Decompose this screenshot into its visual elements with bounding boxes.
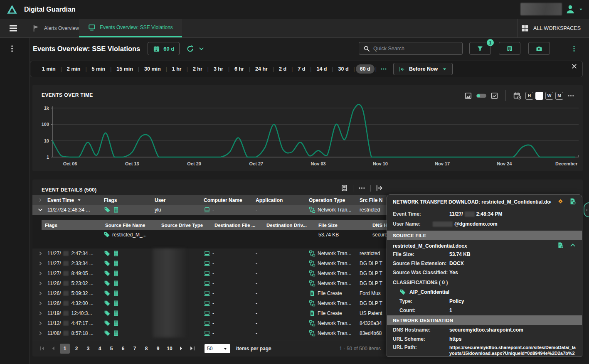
time-range-2-d[interactable]: 2 d [275,64,291,74]
page-options-kebab-icon[interactable] [8,44,16,53]
page-number-6[interactable]: 6 [118,344,128,354]
column-header-operation-type[interactable]: Operation Type [307,197,358,203]
user-menu-caret-icon[interactable] [579,7,583,12]
items-per-page-label: items per page [236,346,271,352]
tab-events-overview-sse-violations[interactable]: Events Overview: SSE Violations [79,19,182,37]
close-timebar-icon[interactable] [571,63,577,69]
table-row[interactable]: 11/12/4:47:17 ...--Network Tran...84320a… [32,318,387,328]
table-row[interactable]: 11/26/5:23:02 ...--Network Tran...DG DLP… [32,278,387,288]
collapse-section-chevron-icon[interactable] [569,242,576,248]
table-row[interactable]: 11/26/5:09:32 ...--File CreateFord Mus [32,288,387,298]
time-range-30-min[interactable]: 30 min [140,64,165,74]
column-header-computer-name[interactable]: Computer Name [202,197,254,203]
next-page-icon[interactable] [178,345,184,352]
items-per-page-select[interactable]: 50 [205,344,230,353]
column-header-event-time[interactable]: Event Time [46,197,102,203]
time-range-3-hr[interactable]: 3 hr [209,64,227,74]
header-more-kebab-icon[interactable] [571,43,577,54]
digital-guardian-logo-icon [7,4,17,15]
refresh-icon[interactable] [186,45,194,53]
snapshot-button[interactable] [528,42,550,55]
line-chart-toggle-icon[interactable] [491,92,498,99]
chart-type-toggle[interactable] [476,92,487,99]
refresh-chevron-down-icon[interactable] [198,46,205,52]
table-row[interactable]: 11/27/2:33:34 ...--Network Tran...DG DLP… [32,258,387,268]
all-workspaces-button[interactable]: ALL WORKSPACES [517,19,584,37]
chart-more-icon[interactable] [567,92,574,99]
user-avatar-icon[interactable] [565,4,575,14]
sub-table-row[interactable]: restricted_M_... 53.74 KB securem... [42,230,387,240]
time-range-60-d[interactable]: 60 d [356,64,375,74]
column-header-src-file-n[interactable]: Src File N [358,197,387,203]
granularity-M[interactable]: M [555,92,563,100]
calendar-clock-icon[interactable] [513,92,521,100]
column-header-flags[interactable]: Flags [102,197,153,203]
time-range-6-hr[interactable]: 6 hr [230,64,248,74]
tab-alerts-overview[interactable]: Alerts Overview [23,19,88,37]
data-view-button[interactable] [499,42,520,55]
granularity-H[interactable]: H [525,92,533,100]
report-icon[interactable] [341,184,348,192]
previous-page-icon[interactable] [50,345,57,352]
sub-column-header-file-size[interactable]: File Size [315,223,369,228]
time-range-24-hr[interactable]: 24 hr [251,64,272,74]
page-number-5[interactable]: 5 [106,344,116,354]
page-number-10[interactable]: 10 [165,344,175,354]
granularity-W[interactable]: W [545,92,553,100]
file-policy-icon[interactable] [557,242,564,248]
time-range-14-d[interactable]: 14 d [312,64,331,74]
sub-column-header-source-drive-type[interactable]: Source Drive Type [158,223,211,228]
table-row[interactable]: 11/27/8:49:05 ...--Network Tran...DG DLP… [32,268,387,278]
page-number-7[interactable]: 7 [130,344,140,354]
computer-name-cell: - [202,260,254,267]
sub-column-header-flags[interactable]: Flags [42,223,102,228]
page-number-1[interactable]: 1 [60,344,70,354]
table-more-icon[interactable] [358,184,365,192]
page-number-8[interactable]: 8 [141,344,151,354]
expand-row-icon [37,251,43,256]
policy-document-icon[interactable] [569,198,576,205]
page-number-9[interactable]: 9 [153,344,163,354]
time-range-2-min[interactable]: 2 min [63,64,85,74]
sub-column-header-dns-ho[interactable]: DNS Ho [369,223,387,228]
area-chart-toggle-icon[interactable] [465,92,472,99]
events-chart[interactable]: 1k100101Oct 06Oct 13Oct 20Oct 27Nov 03No… [37,103,579,169]
last-page-icon[interactable] [189,345,195,352]
page-number-2[interactable]: 2 [71,344,81,354]
table-row[interactable]: 11/08/8:57:18 ...--Network Tran...83ed4b… [32,328,387,338]
page-number-3[interactable]: 3 [83,344,93,354]
column-header-user[interactable]: User [153,197,202,203]
sub-column-header-destination-file-[interactable]: Destination File ... [211,223,263,228]
table-flag-icon[interactable] [113,207,119,213]
table-row-selected[interactable]: 11/27/24 2:48:34 ... ylu - - Network Tra… [32,205,387,215]
alert-diamond-icon[interactable] [557,198,564,205]
more-ranges-icon[interactable] [380,66,387,72]
time-range-5-min[interactable]: 5 min [88,64,110,74]
before-now-dropdown[interactable]: Before Now [393,63,453,75]
collapse-row-icon[interactable] [37,207,43,213]
file-create-icon [309,290,315,297]
time-range-2-hr[interactable]: 2 hr [189,64,207,74]
table-row[interactable]: 11/26/4:32:00 ...--Network Tran...DG DLP… [32,298,387,308]
page-number-4[interactable]: 4 [95,344,105,354]
tag-icon[interactable] [104,207,111,213]
first-page-icon[interactable] [39,345,45,352]
quick-search-input[interactable] [373,46,458,52]
sub-column-header-source-file-name[interactable]: Source File Name [102,223,158,228]
column-header-application[interactable]: Application [254,197,307,203]
granularity-D[interactable]: D [535,92,543,100]
table-row[interactable]: 11/27/2:47:34 ...--Network Tran...restri… [32,248,387,258]
date-range-button[interactable]: 60 d [148,42,180,55]
export-icon[interactable] [376,184,383,192]
panel-collapse-handle[interactable] [584,202,589,217]
hamburger-menu-icon[interactable] [8,23,18,33]
table-row[interactable]: 11/19/12:40:3...--File CreateUS Patent [32,308,387,318]
time-range-1-min[interactable]: 1 min [38,64,60,74]
time-range-30-d[interactable]: 30 d [334,64,353,74]
time-range-1-hr[interactable]: 1 hr [168,64,186,74]
time-range-7-d[interactable]: 7 d [293,64,309,74]
filter-button[interactable]: 1 [469,42,491,55]
time-range-15-min[interactable]: 15 min [112,64,137,74]
laptop-icon [204,270,210,277]
sub-column-header-destination-driv-[interactable]: Destination Driv... [263,223,315,228]
